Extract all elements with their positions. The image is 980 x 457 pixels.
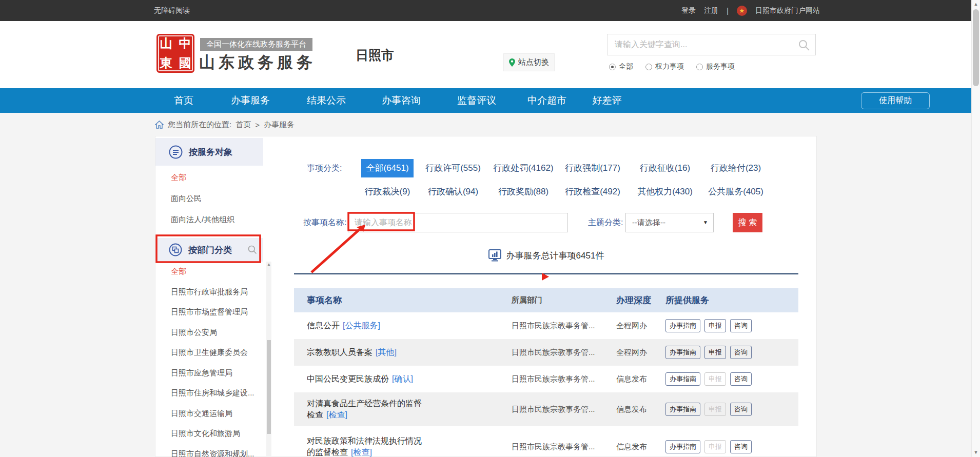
portal-site-link[interactable]: 日照市政府门户网站 bbox=[755, 6, 820, 15]
nav-results[interactable]: 结果公示 bbox=[307, 88, 346, 113]
location-pin-icon bbox=[509, 58, 515, 67]
item-name-link[interactable]: 对清真食品生产经营条件的监督检查 bbox=[307, 399, 422, 419]
radio-icon[interactable] bbox=[609, 64, 616, 70]
list-circle-icon bbox=[169, 145, 183, 159]
sidebar-section-service-target[interactable]: 按服务对象 bbox=[155, 138, 263, 166]
keyword-search-box bbox=[607, 34, 816, 55]
scroll-down-icon[interactable]: ▼ bbox=[972, 448, 980, 457]
service-target-legal-person[interactable]: 面向法人/其他组织 bbox=[171, 209, 234, 230]
category-xingzheng-zhengshou[interactable]: 行政征收(16) bbox=[640, 159, 690, 177]
table-row: 宗教教职人员备案[其他] 日照市民族宗教事务管... 全程网办 办事指南 申报 … bbox=[294, 339, 798, 366]
scroll-up-icon[interactable]: ▲ bbox=[972, 0, 980, 9]
item-name-link[interactable]: 信息公开 bbox=[307, 321, 340, 330]
breadcrumb-current[interactable]: 办事服务 bbox=[264, 120, 295, 130]
scope-service-items[interactable]: 服务事项 bbox=[696, 62, 735, 71]
scrollbar-thumb[interactable] bbox=[267, 340, 271, 434]
scrollbar-thumb[interactable] bbox=[973, 9, 979, 86]
category-xingzheng-jifu[interactable]: 行政给付(23) bbox=[711, 159, 761, 177]
nav-rating[interactable]: 好差评 bbox=[593, 88, 622, 113]
dept-item[interactable]: 日照市交通运输局 bbox=[171, 403, 254, 424]
consult-button[interactable]: 咨询 bbox=[730, 372, 752, 386]
dept-item-all[interactable]: 全部 bbox=[171, 261, 254, 282]
register-link[interactable]: 注册 bbox=[704, 6, 718, 15]
item-tag[interactable]: [其他] bbox=[376, 348, 397, 356]
dept-item[interactable]: 日照市行政审批服务局 bbox=[171, 282, 254, 302]
guide-button[interactable]: 办事指南 bbox=[665, 346, 700, 359]
category-xingzheng-jiangli[interactable]: 行政奖励(88) bbox=[498, 183, 548, 201]
item-tag[interactable]: [公共服务] bbox=[343, 321, 380, 330]
category-gonggong-fuwu[interactable]: 公共服务(405) bbox=[708, 183, 763, 201]
consult-button[interactable]: 咨询 bbox=[730, 319, 752, 332]
item-name-link[interactable]: 中国公民变更民族成份 bbox=[307, 374, 389, 383]
department-list-scrollbar[interactable]: ▲ bbox=[266, 262, 271, 457]
category-xingzheng-caijue[interactable]: 行政裁决(9) bbox=[365, 183, 410, 201]
scope-all[interactable]: 全部 bbox=[609, 62, 633, 71]
consult-button[interactable]: 咨询 bbox=[730, 440, 752, 453]
department-search-icon[interactable] bbox=[247, 245, 258, 255]
topic-select[interactable]: --请选择-- ▼ bbox=[625, 213, 714, 232]
nav-services[interactable]: 办事服务 bbox=[231, 88, 270, 113]
apply-button[interactable]: 申报 bbox=[704, 319, 726, 332]
apply-button[interactable]: 申报 bbox=[704, 346, 726, 359]
consult-button[interactable]: 咨询 bbox=[730, 346, 752, 359]
radio-icon[interactable] bbox=[645, 64, 652, 70]
breadcrumb-home[interactable]: 首页 bbox=[236, 120, 251, 130]
dept-item[interactable]: 日照市公安局 bbox=[171, 322, 254, 343]
dept-item[interactable]: 日照市住房和城乡建设... bbox=[171, 383, 254, 403]
service-target-citizen[interactable]: 面向公民 bbox=[171, 188, 202, 209]
chevron-down-icon: ▼ bbox=[703, 213, 708, 232]
seal-char: 東 bbox=[156, 53, 175, 73]
category-xingzheng-jiancha[interactable]: 行政检查(492) bbox=[565, 183, 620, 201]
sidebar-section-department[interactable]: 按部门分类 bbox=[155, 238, 263, 262]
nav-home[interactable]: 首页 bbox=[174, 88, 193, 113]
category-xingzheng-qiangzhi[interactable]: 行政强制(177) bbox=[565, 159, 620, 177]
item-tag[interactable]: [检查] bbox=[351, 448, 372, 456]
category-all[interactable]: 全部(6451) bbox=[361, 159, 414, 177]
item-name-label: 按事项名称: bbox=[303, 213, 346, 232]
item-depth: 信息发布 bbox=[611, 374, 660, 384]
table-row: 对清真食品生产经营条件的监督检查[检查] 日照市民族宗教事务管... 信息发布 … bbox=[294, 392, 798, 426]
login-link[interactable]: 登录 bbox=[681, 6, 696, 15]
consult-button[interactable]: 咨询 bbox=[730, 403, 752, 416]
scroll-up-icon[interactable]: ▲ bbox=[266, 262, 271, 268]
nav-consult[interactable]: 办事咨询 bbox=[382, 88, 421, 113]
scope-label: 服务事项 bbox=[706, 62, 735, 71]
dept-item[interactable]: 日照市自然资源和规划... bbox=[171, 444, 254, 457]
dept-item[interactable]: 日照市市场监督管理局 bbox=[171, 302, 254, 322]
department-icon bbox=[169, 243, 182, 256]
guide-button[interactable]: 办事指南 bbox=[665, 440, 700, 453]
guide-button[interactable]: 办事指南 bbox=[665, 403, 700, 416]
category-qita-quanli[interactable]: 其他权力(430) bbox=[637, 183, 693, 201]
search-icon[interactable] bbox=[798, 39, 810, 51]
main-content: 事项分类: 全部(6451) 行政许可(555) 行政处罚(4162) 行政强制… bbox=[294, 136, 798, 456]
search-button[interactable]: 搜 索 bbox=[733, 213, 762, 232]
item-tag[interactable]: [检查] bbox=[326, 410, 347, 419]
item-name-input[interactable] bbox=[348, 213, 567, 232]
dept-item[interactable]: 日照市应急管理局 bbox=[171, 363, 254, 383]
category-xingzheng-queren[interactable]: 行政确认(94) bbox=[428, 183, 478, 201]
help-button[interactable]: 使用帮助 bbox=[861, 92, 930, 109]
service-target-all[interactable]: 全部 bbox=[171, 167, 186, 188]
category-xingzheng-chufa[interactable]: 行政处罚(4162) bbox=[493, 159, 553, 177]
apply-button-disabled: 申报 bbox=[704, 403, 726, 416]
radio-icon[interactable] bbox=[696, 64, 703, 70]
item-department: 日照市民族宗教事务管... bbox=[506, 348, 611, 357]
nav-supervision[interactable]: 监督评议 bbox=[457, 88, 496, 113]
item-department: 日照市民族宗教事务管... bbox=[506, 405, 611, 414]
nav-intermediary[interactable]: 中介超市 bbox=[527, 88, 566, 113]
topbar-right-group: 登录 注册 | ★ 日照市政府门户网站 bbox=[681, 0, 820, 21]
page-scrollbar[interactable]: ▲ ▼ bbox=[971, 0, 980, 457]
accessibility-link[interactable]: 无障碍阅读 bbox=[154, 0, 190, 21]
item-depth: 全程网办 bbox=[611, 348, 660, 357]
site-switch-button[interactable]: 站点切换 bbox=[503, 53, 555, 71]
dept-item[interactable]: 日照市文化和旅游局 bbox=[171, 423, 254, 444]
guide-button[interactable]: 办事指南 bbox=[665, 372, 700, 386]
guide-button[interactable]: 办事指南 bbox=[665, 319, 700, 332]
keyword-search-input[interactable] bbox=[607, 34, 815, 55]
item-tag[interactable]: [确认] bbox=[392, 374, 413, 383]
section-title: 按部门分类 bbox=[188, 244, 232, 256]
dept-item[interactable]: 日照市卫生健康委员会 bbox=[171, 342, 254, 363]
category-xingzheng-xuke[interactable]: 行政许可(555) bbox=[425, 159, 481, 177]
item-name-link[interactable]: 宗教教职人员备案 bbox=[307, 348, 373, 356]
scope-power-items[interactable]: 权力事项 bbox=[645, 62, 684, 71]
